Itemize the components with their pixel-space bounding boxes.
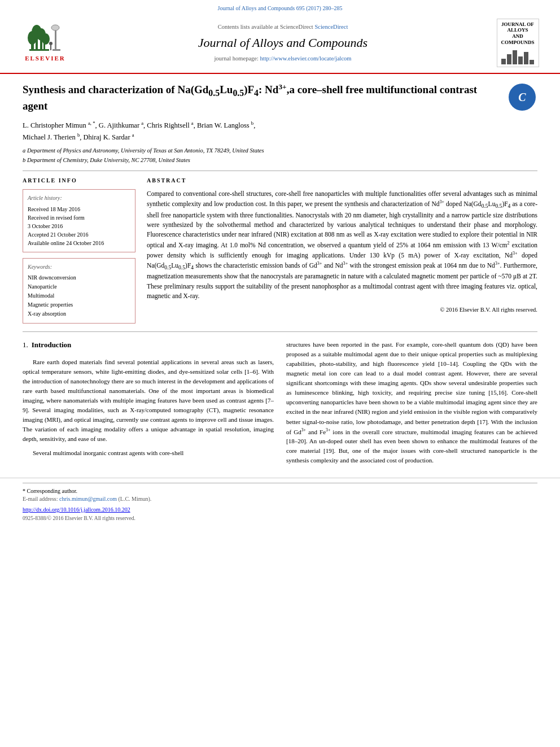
kw-2: Nanoparticle <box>28 282 130 291</box>
doi-link[interactable]: http://dx.doi.org/10.1016/j.jallcom.2016… <box>23 506 537 514</box>
header-center: Contents lists available at ScienceDirec… <box>73 23 492 62</box>
info-abstract-section: ARTICLE INFO Article history: Received 1… <box>23 171 537 324</box>
sciencedirect-link[interactable]: ScienceDirect <box>314 24 348 30</box>
crossmark-icon: C <box>509 84 536 111</box>
kw-1: NIR downconversion <box>28 273 130 282</box>
intro-para2: Several multimodal inorganic contrast ag… <box>23 448 274 458</box>
kw-4: Magnetic properties <box>28 300 130 309</box>
svg-point-12 <box>49 42 53 45</box>
svg-text:C: C <box>518 91 526 103</box>
section-number: 1. <box>23 340 28 351</box>
corresponding-note: * Corresponding author. <box>23 487 537 495</box>
article-info-box: Article history: Received 18 May 2016 Re… <box>23 189 135 252</box>
article-info-heading: ARTICLE INFO <box>23 177 135 185</box>
abstract-heading: ABSTRACT <box>147 177 537 185</box>
journal-header: Journal of Alloys and Compounds 695 (201… <box>0 0 560 74</box>
received-date: Received 18 May 2016 <box>28 205 130 213</box>
right-column: ABSTRACT Compared to conventional core-s… <box>147 177 537 324</box>
accepted-date: Accepted 21 October 2016 <box>28 230 130 239</box>
journal-homepage: journal homepage: http://www.elsevier.co… <box>73 54 492 63</box>
page-footer: * Corresponding author. E-mail address: … <box>0 478 560 526</box>
svg-rect-8 <box>29 49 49 51</box>
article-title: Synthesis and characterization of Na(Gd0… <box>23 82 537 113</box>
svg-rect-2 <box>40 40 42 50</box>
body-left-col: 1. Introduction Rare earth doped materia… <box>23 340 274 470</box>
journal-title: Journal of Alloys and Compounds <box>73 34 492 52</box>
elsevier-logo: ELSEVIER <box>17 22 73 63</box>
issn-line: 0925-8388/© 2016 Elsevier B.V. All right… <box>23 515 537 523</box>
elsevier-wordmark: ELSEVIER <box>25 54 65 63</box>
email-line: E-mail address: chris.mimun@gmail.com (L… <box>23 495 537 504</box>
keywords-box: Keywords: NIR downconversion Nanoparticl… <box>23 258 135 324</box>
svg-rect-9 <box>55 28 56 50</box>
authors: L. Christopher Mimun a, *, G. Ajithkumar… <box>23 119 537 143</box>
email-link[interactable]: chris.mimun@gmail.com <box>59 496 117 502</box>
kw-5: X-ray absorption <box>28 309 130 318</box>
sciencedirect-label: Contents lists available at ScienceDirec… <box>73 23 492 31</box>
svg-point-10 <box>51 25 59 30</box>
intro-right-para: structures have been reported in the pas… <box>286 340 537 465</box>
right-logo-title: JOURNAL OFALLOYSANDCOMPOUNDS <box>500 21 536 46</box>
section-title: Introduction <box>32 340 72 351</box>
body-right-col: structures have been reported in the pas… <box>286 340 537 470</box>
homepage-link[interactable]: http://www.elsevier.com/locate/jalcom <box>260 55 352 62</box>
journal-logo-right: JOURNAL OFALLOYSANDCOMPOUNDS <box>492 19 543 67</box>
available-date: Available online 24 October 2016 <box>28 239 130 247</box>
svg-rect-11 <box>53 49 60 51</box>
section-divider <box>23 331 537 332</box>
keywords-label: Keywords: <box>28 263 130 272</box>
left-column: ARTICLE INFO Article history: Received 1… <box>23 177 135 324</box>
crossmark-badge: C <box>506 82 537 113</box>
journal-ref: Journal of Alloys and Compounds 695 (201… <box>11 5 549 13</box>
svg-point-6 <box>42 33 50 45</box>
intro-para1: Rare earth doped materials find several … <box>23 357 274 444</box>
main-content: Synthesis and characterization of Na(Gd0… <box>0 74 560 476</box>
kw-3: Multimodal <box>28 291 130 300</box>
body-section: 1. Introduction Rare earth doped materia… <box>23 340 537 470</box>
affiliations: a Department of Physics and Astronomy, U… <box>23 146 537 165</box>
logo-bars <box>500 47 536 64</box>
affil-a: a Department of Physics and Astronomy, U… <box>23 146 537 155</box>
abstract-text: Compared to conventional core-shell stru… <box>147 189 537 301</box>
copyright: © 2016 Elsevier B.V. All rights reserved… <box>147 305 537 314</box>
revised-date: Received in revised form3 October 2016 <box>28 213 130 230</box>
affil-b: b Department of Chemistry, Duke Universi… <box>23 156 537 165</box>
history-label: Article history: <box>28 194 130 203</box>
